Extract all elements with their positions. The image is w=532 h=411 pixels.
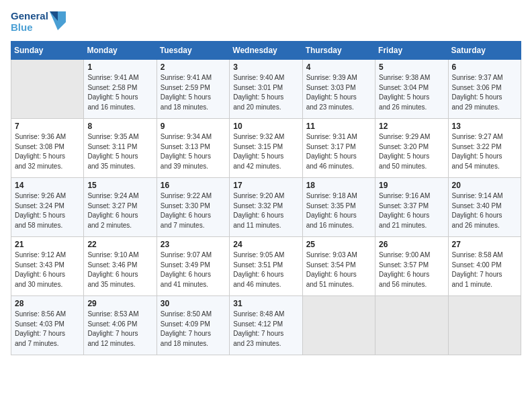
- calendar-week-2: 7Sunrise: 9:36 AM Sunset: 3:08 PM Daylig…: [11, 119, 521, 178]
- day-number: 17: [233, 181, 298, 190]
- day-number: 26: [379, 240, 444, 249]
- day-info: Sunrise: 8:48 AM Sunset: 4:12 PM Dayligh…: [233, 310, 298, 349]
- calendar-cell: 12Sunrise: 9:29 AM Sunset: 3:20 PM Dayli…: [375, 119, 448, 178]
- day-number: 10: [233, 122, 298, 131]
- day-info: Sunrise: 9:24 AM Sunset: 3:27 PM Dayligh…: [87, 191, 152, 230]
- calendar-cell: [11, 60, 84, 119]
- calendar-cell: 4Sunrise: 9:39 AM Sunset: 3:03 PM Daylig…: [302, 60, 375, 119]
- day-info: Sunrise: 9:31 AM Sunset: 3:17 PM Dayligh…: [306, 132, 371, 171]
- calendar-cell: 18Sunrise: 9:18 AM Sunset: 3:35 PM Dayli…: [302, 178, 375, 237]
- day-number: 30: [161, 299, 226, 308]
- calendar-body: 1Sunrise: 9:41 AM Sunset: 2:58 PM Daylig…: [11, 60, 521, 355]
- calendar-cell: 29Sunrise: 8:53 AM Sunset: 4:06 PM Dayli…: [84, 296, 157, 355]
- day-number: 8: [87, 122, 152, 131]
- calendar-week-1: 1Sunrise: 9:41 AM Sunset: 2:58 PM Daylig…: [11, 60, 521, 119]
- calendar-week-3: 14Sunrise: 9:26 AM Sunset: 3:24 PM Dayli…: [11, 178, 521, 237]
- day-info: Sunrise: 9:10 AM Sunset: 3:46 PM Dayligh…: [87, 250, 152, 289]
- calendar-cell: 31Sunrise: 8:48 AM Sunset: 4:12 PM Dayli…: [230, 296, 302, 355]
- day-number: 21: [15, 240, 80, 249]
- day-number: 18: [306, 181, 371, 190]
- day-number: 20: [452, 181, 517, 190]
- day-number: 29: [87, 299, 152, 308]
- day-info: Sunrise: 9:18 AM Sunset: 3:35 PM Dayligh…: [306, 191, 371, 230]
- day-number: 2: [161, 62, 226, 72]
- day-info: Sunrise: 9:29 AM Sunset: 3:20 PM Dayligh…: [379, 132, 444, 171]
- calendar-cell: 9Sunrise: 9:34 AM Sunset: 3:13 PM Daylig…: [157, 119, 229, 178]
- day-info: Sunrise: 9:07 AM Sunset: 3:49 PM Dayligh…: [161, 250, 226, 289]
- calendar-cell: 2Sunrise: 9:41 AM Sunset: 2:59 PM Daylig…: [157, 60, 229, 119]
- day-info: Sunrise: 8:50 AM Sunset: 4:09 PM Dayligh…: [161, 310, 226, 349]
- page-header: General Blue: [11, 11, 521, 33]
- calendar-cell: 21Sunrise: 9:12 AM Sunset: 3:43 PM Dayli…: [11, 237, 84, 296]
- col-header-friday: Friday: [375, 42, 448, 60]
- day-info: Sunrise: 9:32 AM Sunset: 3:15 PM Dayligh…: [233, 132, 298, 171]
- day-number: 1: [87, 62, 152, 72]
- col-header-sunday: Sunday: [11, 42, 84, 60]
- calendar-cell: [375, 296, 448, 355]
- day-info: Sunrise: 9:39 AM Sunset: 3:03 PM Dayligh…: [306, 73, 371, 112]
- day-number: 6: [452, 62, 517, 72]
- day-info: Sunrise: 9:20 AM Sunset: 3:32 PM Dayligh…: [233, 191, 298, 230]
- calendar-cell: 30Sunrise: 8:50 AM Sunset: 4:09 PM Dayli…: [157, 296, 229, 355]
- day-number: 4: [306, 62, 371, 72]
- logo-line2: Blue: [11, 22, 48, 34]
- day-number: 27: [452, 240, 517, 249]
- calendar-cell: 24Sunrise: 9:05 AM Sunset: 3:51 PM Dayli…: [230, 237, 302, 296]
- calendar-cell: 25Sunrise: 9:03 AM Sunset: 3:54 PM Dayli…: [302, 237, 375, 296]
- calendar-cell: 6Sunrise: 9:37 AM Sunset: 3:06 PM Daylig…: [448, 60, 521, 119]
- day-info: Sunrise: 9:41 AM Sunset: 2:59 PM Dayligh…: [161, 73, 226, 112]
- calendar-table: SundayMondayTuesdayWednesdayThursdayFrid…: [11, 41, 521, 355]
- day-number: 16: [161, 181, 226, 190]
- day-info: Sunrise: 9:41 AM Sunset: 2:58 PM Dayligh…: [87, 73, 152, 112]
- day-info: Sunrise: 9:37 AM Sunset: 3:06 PM Dayligh…: [452, 73, 517, 112]
- col-header-saturday: Saturday: [448, 42, 521, 60]
- day-info: Sunrise: 8:56 AM Sunset: 4:03 PM Dayligh…: [15, 310, 80, 349]
- calendar-cell: 19Sunrise: 9:16 AM Sunset: 3:37 PM Dayli…: [375, 178, 448, 237]
- day-info: Sunrise: 9:03 AM Sunset: 3:54 PM Dayligh…: [306, 250, 371, 289]
- calendar-cell: 5Sunrise: 9:38 AM Sunset: 3:04 PM Daylig…: [375, 60, 448, 119]
- calendar-week-4: 21Sunrise: 9:12 AM Sunset: 3:43 PM Dayli…: [11, 237, 521, 296]
- calendar-cell: 1Sunrise: 9:41 AM Sunset: 2:58 PM Daylig…: [84, 60, 157, 119]
- calendar-cell: 27Sunrise: 8:58 AM Sunset: 4:00 PM Dayli…: [448, 237, 521, 296]
- col-header-monday: Monday: [84, 42, 157, 60]
- day-info: Sunrise: 9:22 AM Sunset: 3:30 PM Dayligh…: [161, 191, 226, 230]
- calendar-cell: [448, 296, 521, 355]
- day-info: Sunrise: 9:16 AM Sunset: 3:37 PM Dayligh…: [379, 191, 444, 230]
- day-number: 23: [161, 240, 226, 249]
- day-number: 31: [233, 299, 298, 308]
- calendar-header-row: SundayMondayTuesdayWednesdayThursdayFrid…: [11, 42, 521, 60]
- calendar-cell: 10Sunrise: 9:32 AM Sunset: 3:15 PM Dayli…: [230, 119, 302, 178]
- day-number: 3: [233, 62, 298, 72]
- day-number: 12: [379, 122, 444, 131]
- calendar-cell: 28Sunrise: 8:56 AM Sunset: 4:03 PM Dayli…: [11, 296, 84, 355]
- logo-bird-icon: [50, 11, 66, 30]
- day-info: Sunrise: 9:12 AM Sunset: 3:43 PM Dayligh…: [15, 250, 80, 289]
- col-header-tuesday: Tuesday: [157, 42, 229, 60]
- calendar-cell: 15Sunrise: 9:24 AM Sunset: 3:27 PM Dayli…: [84, 178, 157, 237]
- day-info: Sunrise: 8:53 AM Sunset: 4:06 PM Dayligh…: [87, 310, 152, 349]
- logo: General Blue: [11, 11, 66, 33]
- day-info: Sunrise: 9:35 AM Sunset: 3:11 PM Dayligh…: [87, 132, 152, 171]
- calendar-week-5: 28Sunrise: 8:56 AM Sunset: 4:03 PM Dayli…: [11, 296, 521, 355]
- calendar-cell: 11Sunrise: 9:31 AM Sunset: 3:17 PM Dayli…: [302, 119, 375, 178]
- day-info: Sunrise: 8:58 AM Sunset: 4:00 PM Dayligh…: [452, 250, 517, 289]
- day-number: 13: [452, 122, 517, 131]
- calendar-cell: 3Sunrise: 9:40 AM Sunset: 3:01 PM Daylig…: [230, 60, 302, 119]
- calendar-cell: 8Sunrise: 9:35 AM Sunset: 3:11 PM Daylig…: [84, 119, 157, 178]
- day-info: Sunrise: 9:27 AM Sunset: 3:22 PM Dayligh…: [452, 132, 517, 171]
- calendar-cell: 13Sunrise: 9:27 AM Sunset: 3:22 PM Dayli…: [448, 119, 521, 178]
- day-info: Sunrise: 9:00 AM Sunset: 3:57 PM Dayligh…: [379, 250, 444, 289]
- day-number: 22: [87, 240, 152, 249]
- calendar-cell: 23Sunrise: 9:07 AM Sunset: 3:49 PM Dayli…: [157, 237, 229, 296]
- calendar-cell: 17Sunrise: 9:20 AM Sunset: 3:32 PM Dayli…: [230, 178, 302, 237]
- day-info: Sunrise: 9:14 AM Sunset: 3:40 PM Dayligh…: [452, 191, 517, 230]
- day-info: Sunrise: 9:26 AM Sunset: 3:24 PM Dayligh…: [15, 191, 80, 230]
- day-number: 7: [15, 122, 80, 131]
- day-number: 24: [233, 240, 298, 249]
- day-number: 28: [15, 299, 80, 308]
- day-number: 9: [161, 122, 226, 131]
- calendar-cell: 26Sunrise: 9:00 AM Sunset: 3:57 PM Dayli…: [375, 237, 448, 296]
- logo-line1: General: [11, 11, 48, 22]
- day-info: Sunrise: 9:34 AM Sunset: 3:13 PM Dayligh…: [161, 132, 226, 171]
- day-number: 14: [15, 181, 80, 190]
